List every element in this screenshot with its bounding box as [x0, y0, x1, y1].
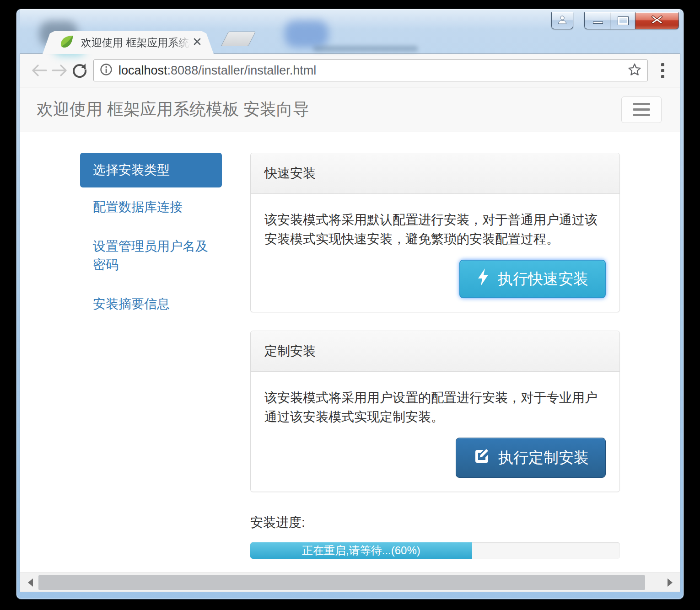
- quick-install-panel-title: 快速安装: [251, 153, 619, 194]
- maximize-icon: [618, 17, 628, 25]
- sidebar-item-admin-account[interactable]: 设置管理员用户名及密码: [80, 227, 222, 284]
- tab-close-icon[interactable]: [193, 37, 202, 48]
- install-progress-label: 安装进度:: [250, 514, 620, 531]
- titlebar-reflection: [313, 46, 418, 52]
- browser-window: 欢迎使用 框架应用系统模板 localhost:8088/installer/: [16, 9, 684, 599]
- install-steps-nav: 选择安装类型 配置数据库连接 设置管理员用户名及密码 安装摘要信息: [80, 153, 222, 559]
- page-navbar: 欢迎使用 框架应用系统模板 安装向导: [20, 87, 680, 132]
- scroll-right-arrow[interactable]: [662, 573, 678, 592]
- tab-title: 欢迎使用 框架应用系统模板: [81, 36, 193, 50]
- maximize-button[interactable]: [611, 12, 635, 29]
- window-titlebar: 欢迎使用 框架应用系统模板: [20, 9, 680, 54]
- reload-button[interactable]: [70, 60, 90, 80]
- sidebar-item-database[interactable]: 配置数据库连接: [80, 187, 222, 227]
- quick-install-panel: 快速安装 该安装模式将采用默认配置进行安装，对于普通用户通过该安装模式实现快速安…: [250, 153, 620, 312]
- forward-button[interactable]: [49, 60, 70, 80]
- custom-install-panel: 定制安装 该安装模式将采用用户设置的配置进行安装，对于专业用户通过该安装模式实现…: [250, 331, 620, 492]
- sidebar-item-summary[interactable]: 安装摘要信息: [80, 284, 222, 324]
- person-icon: [557, 14, 568, 27]
- custom-install-button[interactable]: 执行定制安装: [456, 438, 606, 478]
- page-viewport: 欢迎使用 框架应用系统模板 安装向导 选择安装类型 配置数据库连接 设置管理员用…: [20, 87, 680, 573]
- close-icon: [651, 15, 663, 27]
- sidebar-item-install-type[interactable]: 选择安装类型: [80, 153, 222, 187]
- profile-button[interactable]: [551, 12, 573, 29]
- minimize-icon: [593, 21, 603, 24]
- scroll-left-arrow[interactable]: [22, 573, 38, 592]
- scrollbar-thumb[interactable]: [38, 575, 645, 590]
- edit-icon: [473, 447, 490, 468]
- page-title: 欢迎使用 框架应用系统模板 安装向导: [37, 98, 309, 121]
- lightning-icon: [477, 268, 490, 290]
- spring-leaf-favicon: [59, 34, 75, 51]
- chrome-menu-button[interactable]: [652, 60, 673, 80]
- minimize-button[interactable]: [584, 12, 611, 29]
- bookmark-star-icon[interactable]: [627, 62, 642, 79]
- browser-toolbar: localhost:8088/installer/installer.html: [20, 54, 680, 87]
- horizontal-scrollbar[interactable]: [20, 573, 680, 592]
- hamburger-icon: [633, 103, 650, 105]
- browser-tab[interactable]: 欢迎使用 框架应用系统模板: [43, 31, 214, 54]
- custom-install-description: 该安装模式将采用用户设置的配置进行安装，对于专业用户通过该安装模式实现定制安装。: [264, 388, 606, 427]
- back-button[interactable]: [29, 60, 49, 80]
- address-bar[interactable]: localhost:8088/installer/installer.html: [93, 59, 648, 81]
- new-tab-button[interactable]: [221, 32, 256, 46]
- url-host: localhost: [118, 64, 167, 77]
- url-text: localhost:8088/installer/installer.html: [118, 64, 627, 78]
- titlebar-reflection: [285, 20, 328, 48]
- url-path: :8088/installer/installer.html: [167, 64, 317, 77]
- quick-install-button[interactable]: 执行快速安装: [459, 260, 606, 298]
- quick-install-description: 该安装模式将采用默认配置进行安装，对于普通用户通过该安装模式实现快速安装，避免繁…: [264, 210, 606, 249]
- progress-fill: 正在重启,请等待...(60%): [250, 542, 472, 559]
- page-info-icon[interactable]: [100, 63, 113, 78]
- close-window-button[interactable]: [635, 12, 679, 29]
- custom-install-panel-title: 定制安装: [251, 331, 619, 372]
- install-progress-bar: 正在重启,请等待...(60%): [250, 542, 620, 559]
- navbar-toggle-button[interactable]: [621, 96, 662, 123]
